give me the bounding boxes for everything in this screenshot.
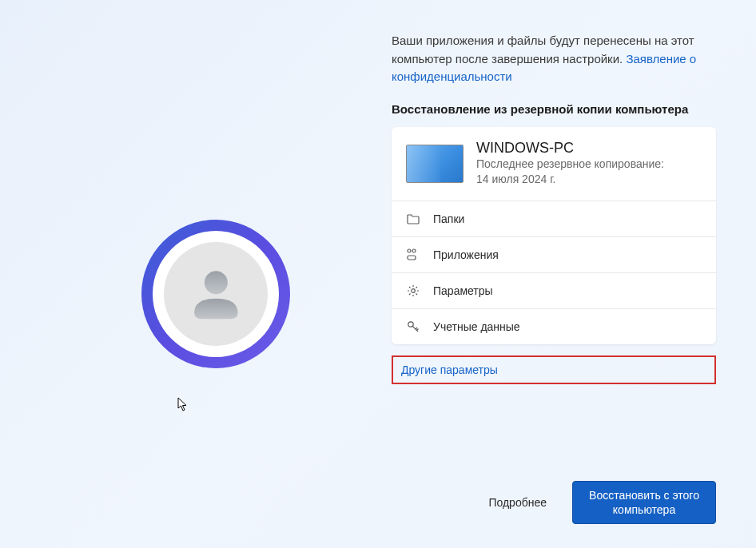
svg-point-1	[408, 249, 411, 252]
svg-rect-3	[408, 256, 416, 260]
gear-icon	[406, 284, 420, 297]
row-folders-label: Папки	[433, 212, 464, 225]
folder-icon	[406, 213, 420, 224]
last-backup-label: Последнее резервное копирование:	[476, 157, 702, 173]
backup-card: WINDOWS-PC Последнее резервное копирован…	[392, 127, 716, 344]
details-button[interactable]: Подробнее	[485, 490, 550, 515]
svg-point-2	[412, 249, 416, 252]
row-apps[interactable]: Приложения	[392, 236, 716, 272]
pc-name: WINDOWS-PC	[476, 140, 702, 157]
section-title: Восстановление из резервной копии компью…	[392, 102, 716, 116]
row-settings[interactable]: Параметры	[392, 272, 716, 308]
left-illustration-panel	[40, 32, 392, 524]
row-credentials[interactable]: Учетные данные	[392, 308, 716, 344]
backup-card-header[interactable]: WINDOWS-PC Последнее резервное копирован…	[392, 127, 716, 201]
user-avatar	[141, 220, 290, 368]
svg-point-5	[408, 321, 413, 326]
last-backup-date: 14 июля 2024 г.	[476, 172, 702, 188]
restore-button[interactable]: Восстановить с этого компьютера	[572, 481, 716, 524]
row-settings-label: Параметры	[433, 284, 493, 297]
row-credentials-label: Учетные данные	[433, 320, 520, 333]
more-options-link[interactable]: Другие параметры	[392, 355, 716, 384]
apps-icon	[406, 248, 420, 261]
pc-thumbnail	[406, 145, 464, 183]
footer-actions: Подробнее Восстановить с этого компьютер…	[485, 481, 716, 524]
svg-point-4	[412, 288, 416, 292]
key-icon	[406, 320, 420, 333]
right-content-panel: Ваши приложения и файлы будут перенесены…	[392, 32, 716, 524]
person-icon	[180, 258, 253, 331]
intro-text: Ваши приложения и файлы будут перенесены…	[392, 32, 716, 86]
svg-point-0	[204, 271, 227, 294]
row-apps-label: Приложения	[433, 248, 499, 261]
row-folders[interactable]: Папки	[392, 201, 716, 236]
